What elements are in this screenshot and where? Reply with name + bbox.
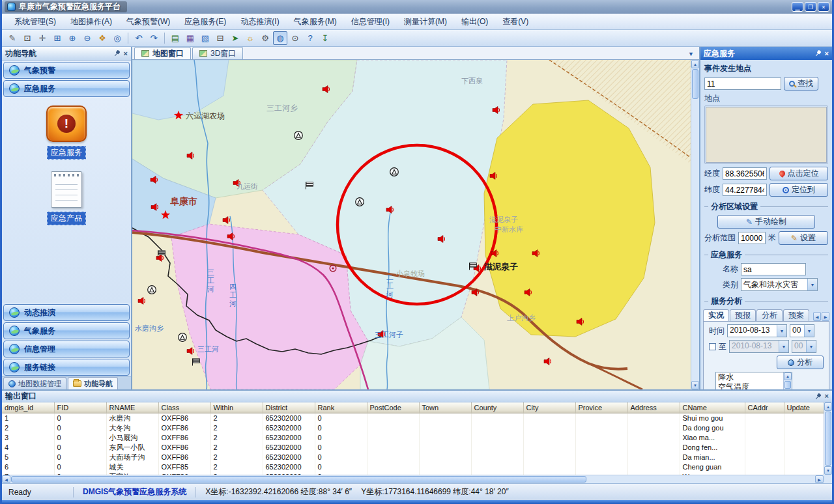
chevron-down-icon[interactable]: ▼ — [779, 341, 788, 352]
map-svg[interactable]: 六运湖农场三工河乡下西泉九运街阜康市滋泥泉子中新水库滋泥泉子小泉牧场上户沟乡三工… — [132, 60, 691, 389]
output-vertical-scrollbar[interactable]: ▲ ▼ — [824, 402, 832, 475]
help-icon[interactable]: ? — [303, 31, 317, 45]
column-header[interactable]: RNAME — [106, 402, 158, 413]
chevron-down-icon[interactable]: ▼ — [804, 325, 814, 337]
close-icon[interactable]: × — [825, 393, 829, 400]
set-button[interactable]: ✎ 设置 — [779, 231, 828, 245]
menu-item[interactable]: 气象预警(W) — [119, 14, 177, 29]
menu-item[interactable]: 气象服务(M) — [287, 14, 344, 29]
settings-gear-icon[interactable]: ⚙ — [258, 31, 272, 45]
click-locate-button[interactable]: 点击定位 — [769, 167, 828, 180]
scroll-up-icon[interactable]: ▲ — [691, 60, 699, 68]
column-header[interactable]: PostCode — [367, 402, 419, 413]
close-button-icon[interactable]: × — [818, 2, 829, 12]
element-listbox[interactable]: 降水空气温度 ▲ ▼ — [715, 372, 792, 389]
date-to-combo[interactable]: 2010-08-13 ▼ — [729, 340, 789, 353]
service-tab[interactable]: 预报 — [730, 309, 756, 321]
draw-pencil-icon[interactable]: ✎ — [5, 31, 20, 45]
pan-select-icon[interactable]: ✛ — [35, 31, 50, 45]
map-export-icon[interactable]: ▦ — [183, 31, 197, 45]
close-icon[interactable]: × — [124, 50, 128, 57]
location-search-input[interactable] — [704, 77, 781, 90]
scroll-thumb[interactable] — [692, 69, 698, 99]
image-export-icon[interactable]: ▧ — [198, 31, 212, 45]
service-tab[interactable]: 分析 — [756, 309, 783, 321]
analyze-button[interactable]: 分析 — [777, 356, 824, 369]
column-header[interactable]: Class — [158, 402, 210, 413]
next-extent-icon[interactable]: ↷ — [147, 31, 161, 45]
map-vertical-scrollbar[interactable]: ▲ ▼ — [691, 60, 699, 389]
column-header[interactable]: FID — [54, 402, 106, 413]
column-header[interactable]: CName — [680, 402, 745, 413]
export-data-icon[interactable]: ↧ — [318, 31, 332, 45]
map-tab-dropdown-icon[interactable]: ▼ — [685, 51, 697, 59]
menu-item[interactable]: 输出(O) — [454, 14, 495, 29]
panel-tab[interactable]: 功能导航 — [68, 377, 118, 389]
column-header[interactable]: Within — [210, 402, 263, 413]
scroll-down-icon[interactable]: ▼ — [824, 466, 832, 475]
scroll-thumb[interactable] — [825, 412, 831, 466]
map-canvas[interactable]: 六运湖农场三工河乡下西泉九运街阜康市滋泥泉子中新水库滋泥泉子小泉牧场上户沟乡三工… — [132, 60, 699, 389]
nav-button[interactable]: 信息管理 — [3, 341, 130, 357]
tab-scroll-left-icon[interactable]: ◀ — [813, 312, 821, 321]
column-header[interactable]: Town — [419, 402, 471, 413]
column-header[interactable]: dmgis_id — [2, 402, 54, 413]
table-row[interactable]: 10水磨沟OXFF8626523020000Shui mo gou — [2, 413, 824, 423]
nav-button[interactable]: 动态推演 — [3, 304, 130, 321]
service-tab[interactable]: 实况 — [703, 309, 729, 321]
table-row[interactable]: 60城关OXFF8526523020000Cheng guan — [2, 462, 824, 472]
shortcut-emergency-product[interactable]: 应急产品 — [47, 171, 86, 225]
locate-to-button[interactable]: 定位到 — [769, 183, 828, 197]
scroll-left-icon[interactable]: ◀ — [2, 475, 10, 483]
menu-item[interactable]: 应急服务(E) — [177, 14, 233, 29]
chevron-down-icon[interactable]: ▼ — [777, 325, 786, 337]
hint-light-icon[interactable]: ☼ — [243, 31, 257, 45]
chevron-down-icon[interactable]: ▼ — [806, 341, 816, 352]
close-icon[interactable]: × — [825, 50, 829, 57]
pin-icon[interactable] — [813, 49, 822, 57]
place-list[interactable] — [706, 107, 827, 163]
layers-icon[interactable]: ▤ — [168, 31, 182, 45]
manual-draw-button[interactable]: ✎ 手动绘制 — [717, 215, 815, 229]
pin-icon[interactable] — [813, 392, 822, 400]
service-tab[interactable]: 预案 — [783, 309, 809, 321]
column-header[interactable]: Rank — [315, 402, 367, 413]
globe-search-icon[interactable]: ◍ — [273, 31, 287, 45]
column-header[interactable]: County — [471, 402, 523, 413]
restore-button-icon[interactable]: ❐ — [805, 2, 816, 12]
table-row[interactable]: 40东风一小队OXFF8626523020000Dong fen... — [2, 443, 824, 453]
find-button[interactable]: 查找 — [784, 77, 818, 91]
map-tab[interactable]: 3D窗口 — [192, 47, 243, 59]
column-header[interactable]: Provice — [575, 402, 627, 413]
scroll-up-icon[interactable]: ▲ — [784, 372, 792, 380]
longitude-input[interactable] — [723, 167, 767, 180]
table-row[interactable]: 50大面场子沟OXFF8626523020000Da mian... — [2, 453, 824, 462]
map-tab[interactable]: 地图窗口 — [134, 47, 191, 59]
menu-item[interactable]: 测量计算(M) — [397, 14, 454, 29]
hour-combo[interactable]: 00 ▼ — [790, 324, 814, 337]
nav-button[interactable]: 服务链接 — [3, 359, 130, 376]
column-header[interactable]: Update — [784, 402, 824, 413]
menu-item[interactable]: 系统管理(S) — [7, 14, 63, 29]
table-row[interactable]: 20大冬沟OXFF8626523020000Da dong gou — [2, 423, 824, 433]
scroll-up-icon[interactable]: ▲ — [824, 402, 832, 411]
scroll-thumb[interactable] — [11, 476, 586, 483]
menu-item[interactable]: 动态推演(I) — [233, 14, 286, 29]
column-header[interactable]: CAddr — [745, 402, 784, 413]
menu-item[interactable]: 查看(V) — [495, 14, 536, 29]
list-scrollbar[interactable]: ▲ ▼ — [783, 372, 792, 389]
minimize-button-icon[interactable]: ▁ — [792, 2, 803, 12]
latitude-input[interactable] — [723, 184, 767, 196]
to-checkbox[interactable] — [709, 343, 716, 350]
menu-item[interactable]: 信息管理(I) — [344, 14, 397, 29]
full-extent-icon[interactable]: ◎ — [110, 31, 124, 45]
zoom-in-icon[interactable]: ⊕ — [65, 31, 79, 45]
shortcut-emergency-service[interactable]: ! 应急服务 — [46, 105, 87, 160]
panel-tab[interactable]: 地图数据管理 — [3, 377, 66, 389]
output-horizontal-scrollbar[interactable]: ◀ ▶ — [2, 475, 824, 483]
zoom-window-icon[interactable]: ⊞ — [50, 31, 65, 45]
menu-item[interactable]: 地图操作(A) — [63, 14, 119, 29]
table-row[interactable]: 30小马厩沟OXFF8626523020000Xiao ma... — [2, 433, 824, 443]
chevron-down-icon[interactable]: ▼ — [807, 279, 817, 290]
hour-to-combo[interactable]: 00 ▼ — [792, 340, 816, 353]
